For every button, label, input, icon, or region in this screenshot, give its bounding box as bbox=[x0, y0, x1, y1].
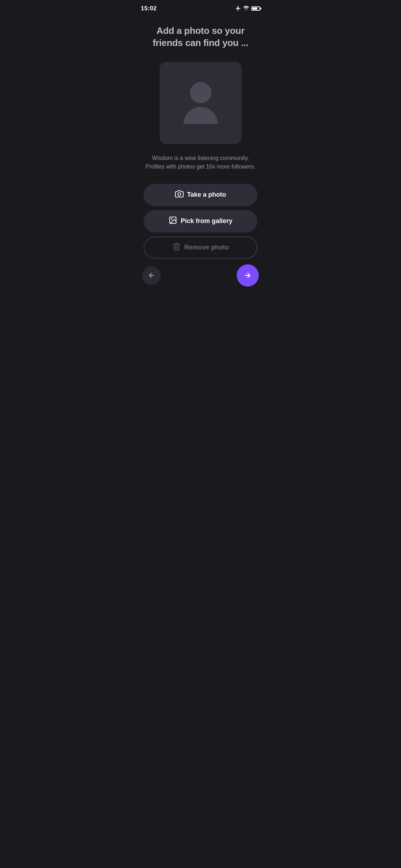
next-button[interactable] bbox=[237, 264, 259, 286]
take-photo-button[interactable]: Take a photo bbox=[144, 184, 257, 206]
airplane-icon bbox=[235, 5, 241, 12]
battery-icon bbox=[251, 6, 260, 11]
avatar-placeholder bbox=[184, 82, 218, 124]
trash-icon bbox=[172, 242, 181, 253]
avatar-body bbox=[184, 107, 218, 124]
gallery-icon bbox=[169, 216, 177, 226]
buttons-section: Take a photo Pick from gallery bbox=[142, 184, 259, 259]
back-button[interactable] bbox=[142, 266, 161, 285]
status-time: 15:02 bbox=[141, 5, 156, 12]
avatar-head bbox=[190, 82, 211, 103]
status-bar: 15:02 bbox=[134, 0, 267, 14]
remove-photo-button[interactable]: Remove photo bbox=[144, 237, 257, 259]
pick-gallery-label: Pick from gallery bbox=[181, 217, 232, 225]
svg-point-2 bbox=[171, 218, 172, 219]
bottom-nav bbox=[134, 259, 267, 289]
status-icons bbox=[235, 5, 260, 12]
pick-gallery-button[interactable]: Pick from gallery bbox=[144, 210, 257, 232]
take-photo-label: Take a photo bbox=[187, 191, 226, 198]
avatar-placeholder-container bbox=[160, 62, 242, 144]
svg-point-0 bbox=[178, 193, 181, 196]
main-content: Add a photo so your friends can find you… bbox=[134, 14, 267, 259]
page-headline: Add a photo so your friends can find you… bbox=[142, 25, 259, 49]
description-text: Wisdom is a wise listening community. Pr… bbox=[142, 154, 259, 171]
camera-icon bbox=[175, 190, 184, 200]
wifi-icon bbox=[243, 6, 249, 11]
remove-photo-label: Remove photo bbox=[184, 244, 229, 251]
